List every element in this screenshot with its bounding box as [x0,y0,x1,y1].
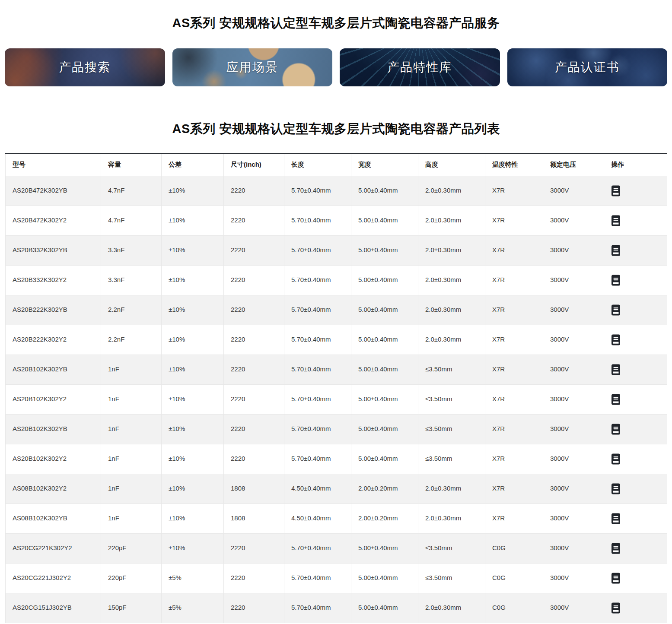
cell-temp-characteristic: X7R [485,355,543,384]
cell-size-inch: 1808 [224,504,284,533]
cell-width: 5.00±0.40mm [351,206,418,235]
cell-rated-voltage: 3000V [543,206,604,235]
book-icon[interactable] [611,245,621,256]
cell-length: 5.70±0.40mm [284,235,351,265]
cell-size-inch: 2220 [224,295,284,325]
cell-action [604,533,667,563]
book-icon[interactable] [611,453,621,465]
cell-action [604,444,667,474]
table-row: AS20CG221K302Y2220pF±10%22205.70±0.40mm5… [6,533,667,563]
cell-tolerance: ±10% [162,533,224,563]
cell-tolerance: ±10% [162,325,224,355]
banner-nav: 产品搜索 应用场景 产品特性库 产品认证书 [5,48,667,86]
cell-temp-characteristic: X7R [485,474,543,504]
cell-size-inch: 2220 [224,355,284,384]
column-header-model: 型号 [6,154,101,176]
cell-capacity: 150pF [101,593,162,623]
cell-length: 5.70±0.40mm [284,593,351,623]
banner-application-scenarios-label: 应用场景 [226,59,278,76]
cell-size-inch: 2220 [224,593,284,623]
cell-temp-characteristic: X7R [485,444,543,474]
book-icon[interactable] [611,185,621,196]
cell-height: 2.0±0.30mm [418,235,485,265]
cell-rated-voltage: 3000V [543,235,604,265]
cell-width: 2.00±0.20mm [351,474,418,504]
cell-rated-voltage: 3000V [543,444,604,474]
table-row: AS08B102K302YB1nF±10%18084.50±0.40mm2.00… [6,504,667,533]
cell-temp-characteristic: C0G [485,593,543,623]
book-icon[interactable] [611,394,621,405]
column-header-action: 操作 [604,154,667,176]
cell-action [604,355,667,384]
cell-model: AS20CG151J302YB [6,593,101,623]
cell-tolerance: ±5% [162,593,224,623]
book-icon[interactable] [611,275,621,286]
cell-tolerance: ±10% [162,176,224,206]
cell-temp-characteristic: X7R [485,176,543,206]
book-icon[interactable] [611,573,621,584]
cell-width: 5.00±0.40mm [351,384,418,414]
cell-width: 5.00±0.40mm [351,295,418,325]
cell-capacity: 2.2nF [101,295,162,325]
table-row: AS20B472K302Y24.7nF±10%22205.70±0.40mm5.… [6,206,667,235]
column-header-tolerance: 公差 [162,154,224,176]
cell-width: 5.00±0.40mm [351,533,418,563]
book-icon[interactable] [611,304,621,316]
book-icon[interactable] [611,424,621,435]
book-icon[interactable] [611,513,621,524]
book-icon[interactable] [611,364,621,375]
cell-height: 2.0±0.30mm [418,504,485,533]
cell-length: 5.70±0.40mm [284,176,351,206]
cell-length: 5.70±0.40mm [284,206,351,235]
book-icon[interactable] [611,483,621,494]
book-icon[interactable] [611,334,621,345]
cell-height: ≤3.50mm [418,355,485,384]
cell-temp-characteristic: X7R [485,414,543,444]
cell-width: 5.00±0.40mm [351,265,418,295]
cell-tolerance: ±10% [162,504,224,533]
cell-length: 5.70±0.40mm [284,325,351,355]
banner-product-feature-library[interactable]: 产品特性库 [340,48,500,86]
cell-model: AS20B332K302YB [6,235,101,265]
banner-application-scenarios[interactable]: 应用场景 [172,48,333,86]
cell-rated-voltage: 3000V [543,384,604,414]
cell-model: AS20B332K302Y2 [6,265,101,295]
cell-action [604,325,667,355]
book-icon[interactable] [611,543,621,554]
cell-model: AS20B102K302Y2 [6,384,101,414]
cell-length: 5.70±0.40mm [284,295,351,325]
cell-model: AS20B102K302Y2 [6,444,101,474]
table-row: AS20B102K302YB1nF±10%22205.70±0.40mm5.00… [6,414,667,444]
cell-capacity: 4.7nF [101,206,162,235]
cell-rated-voltage: 3000V [543,355,604,384]
cell-length: 5.70±0.40mm [284,414,351,444]
cell-capacity: 1nF [101,444,162,474]
cell-action [604,176,667,206]
cell-length: 5.70±0.40mm [284,533,351,563]
table-row: AS20B102K302Y21nF±10%22205.70±0.40mm5.00… [6,444,667,474]
cell-tolerance: ±10% [162,444,224,474]
cell-action [604,384,667,414]
page: AS系列 安规规格认定型车规多层片式陶瓷电容器产品服务 产品搜索 应用场景 产品… [0,16,672,623]
book-icon[interactable] [611,602,621,614]
book-icon[interactable] [611,215,621,226]
banner-product-certificate[interactable]: 产品认证书 [507,48,668,86]
cell-model: AS20B472K302Y2 [6,206,101,235]
cell-width: 5.00±0.40mm [351,176,418,206]
column-header-temp-characteristic: 温度特性 [485,154,543,176]
cell-rated-voltage: 3000V [543,325,604,355]
cell-model: AS08B102K302Y2 [6,474,101,504]
cell-height: 2.0±0.30mm [418,325,485,355]
cell-model: AS20B102K302YB [6,355,101,384]
cell-size-inch: 2220 [224,414,284,444]
cell-action [604,235,667,265]
cell-length: 5.70±0.40mm [284,563,351,593]
cell-capacity: 3.3nF [101,235,162,265]
cell-capacity: 3.3nF [101,265,162,295]
cell-capacity: 4.7nF [101,176,162,206]
column-header-width: 宽度 [351,154,418,176]
cell-rated-voltage: 3000V [543,414,604,444]
banner-product-search[interactable]: 产品搜索 [5,48,165,86]
cell-height: 2.0±0.30mm [418,593,485,623]
cell-temp-characteristic: X7R [485,206,543,235]
